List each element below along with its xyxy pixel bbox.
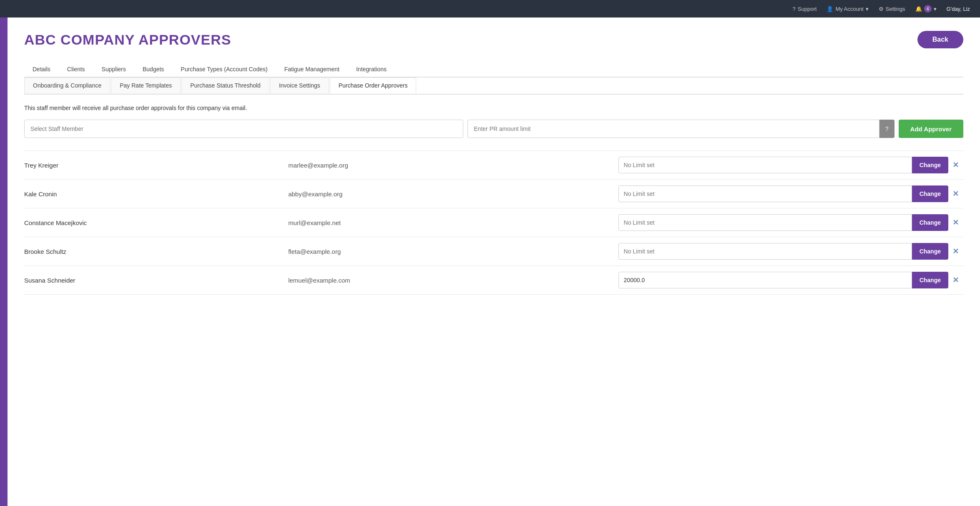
tab-budgets[interactable]: Budgets <box>134 62 172 78</box>
staff-member-input[interactable] <box>24 120 463 138</box>
delete-button[interactable]: ✕ <box>952 190 959 198</box>
change-button[interactable]: Change <box>912 272 948 288</box>
tab-details[interactable]: Details <box>24 62 59 78</box>
notifications-badge: 4 <box>924 5 932 13</box>
bell-icon: 🔔 <box>915 6 922 12</box>
my-account-menu[interactable]: 👤 My Account ▾ <box>827 6 868 12</box>
add-approver-row: ? Add Approver <box>24 120 963 138</box>
delete-col: ✕ <box>948 276 963 284</box>
approvers-list: Trey Kreiger marlee@example.org Change ✕… <box>24 150 963 295</box>
approver-row: Trey Kreiger marlee@example.org Change ✕ <box>24 150 963 179</box>
tab-onboarding[interactable]: Onboarding & Compliance <box>24 78 110 94</box>
greeting-text: G'day, Liz <box>947 6 970 12</box>
description-text: This staff member will receive all purch… <box>24 105 963 111</box>
back-button[interactable]: Back <box>917 31 963 48</box>
limit-input[interactable] <box>618 272 912 288</box>
tab-purchase-status[interactable]: Purchase Status Threshold <box>181 78 269 94</box>
left-accent-bar <box>0 18 8 506</box>
pr-amount-input[interactable] <box>467 120 879 138</box>
approver-email: lemuel@example.com <box>288 277 618 284</box>
delete-col: ✕ <box>948 248 963 255</box>
tabs-row1: Details Clients Suppliers Budgets Purcha… <box>24 62 963 78</box>
approver-name: Kale Cronin <box>24 190 288 198</box>
change-button[interactable]: Change <box>912 185 948 202</box>
question-icon: ? <box>793 6 796 12</box>
change-button[interactable]: Change <box>912 243 948 260</box>
notifications-button[interactable]: 🔔 4 ▾ <box>915 5 937 13</box>
limit-input[interactable] <box>618 157 912 173</box>
settings-label: Settings <box>886 6 905 12</box>
delete-button[interactable]: ✕ <box>952 248 959 255</box>
approver-limit-col: Change <box>618 272 948 288</box>
change-button[interactable]: Change <box>912 157 948 173</box>
approver-email: marlee@example.org <box>288 162 618 169</box>
delete-col: ✕ <box>948 190 963 198</box>
pr-help-button[interactable]: ? <box>879 120 895 138</box>
approver-row: Kale Cronin abby@example.org Change ✕ <box>24 179 963 208</box>
my-account-label: My Account <box>835 6 863 12</box>
tab-suppliers[interactable]: Suppliers <box>93 62 134 78</box>
main-content: ABC COMPANY APPROVERS Back Details Clien… <box>8 18 980 506</box>
support-label: Support <box>798 6 817 12</box>
delete-col: ✕ <box>948 161 963 169</box>
tab-integrations[interactable]: Integrations <box>348 62 395 78</box>
limit-input[interactable] <box>618 243 912 260</box>
approver-limit-col: Change <box>618 243 948 260</box>
user-icon: 👤 <box>827 6 833 12</box>
tab-pay-rate[interactable]: Pay Rate Templates <box>111 78 181 94</box>
delete-button[interactable]: ✕ <box>952 276 959 284</box>
approver-name: Brooke Schultz <box>24 248 288 255</box>
top-navigation: ? Support 👤 My Account ▾ ⚙ Settings 🔔 4 … <box>0 0 980 18</box>
approver-email: fleta@example.org <box>288 248 618 255</box>
approver-row: Constance Macejkovic murl@example.net Ch… <box>24 208 963 237</box>
tabs-row2: Onboarding & Compliance Pay Rate Templat… <box>24 78 963 95</box>
support-link[interactable]: ? Support <box>793 6 817 12</box>
page-wrapper: ABC COMPANY APPROVERS Back Details Clien… <box>0 18 980 506</box>
approver-email: abby@example.org <box>288 190 618 198</box>
approver-row: Susana Schneider lemuel@example.com Chan… <box>24 266 963 295</box>
gear-icon: ⚙ <box>879 6 884 12</box>
settings-link[interactable]: ⚙ Settings <box>879 6 905 12</box>
header-row: ABC COMPANY APPROVERS Back <box>24 31 963 48</box>
chevron-down-icon-notifications: ▾ <box>934 6 937 12</box>
delete-col: ✕ <box>948 219 963 226</box>
delete-button[interactable]: ✕ <box>952 219 959 226</box>
tab-invoice-settings[interactable]: Invoice Settings <box>270 78 329 94</box>
tab-purchase-types[interactable]: Purchase Types (Account Codes) <box>172 62 276 78</box>
chevron-down-icon: ▾ <box>866 6 869 12</box>
approver-limit-col: Change <box>618 185 948 202</box>
tab-fatigue[interactable]: Fatigue Management <box>276 62 348 78</box>
approver-row: Brooke Schultz fleta@example.org Change … <box>24 237 963 266</box>
change-button[interactable]: Change <box>912 214 948 231</box>
tab-purchase-order[interactable]: Purchase Order Approvers <box>330 78 417 94</box>
pr-input-wrapper: ? <box>467 120 894 138</box>
add-approver-button[interactable]: Add Approver <box>899 120 963 138</box>
approver-name: Trey Kreiger <box>24 162 288 169</box>
approver-email: murl@example.net <box>288 219 618 226</box>
page-title: ABC COMPANY APPROVERS <box>24 32 231 48</box>
limit-input[interactable] <box>618 214 912 231</box>
tab-clients[interactable]: Clients <box>59 62 93 78</box>
approver-limit-col: Change <box>618 214 948 231</box>
approver-name: Constance Macejkovic <box>24 219 288 226</box>
approver-name: Susana Schneider <box>24 277 288 284</box>
approver-limit-col: Change <box>618 157 948 173</box>
limit-input[interactable] <box>618 185 912 202</box>
delete-button[interactable]: ✕ <box>952 161 959 169</box>
